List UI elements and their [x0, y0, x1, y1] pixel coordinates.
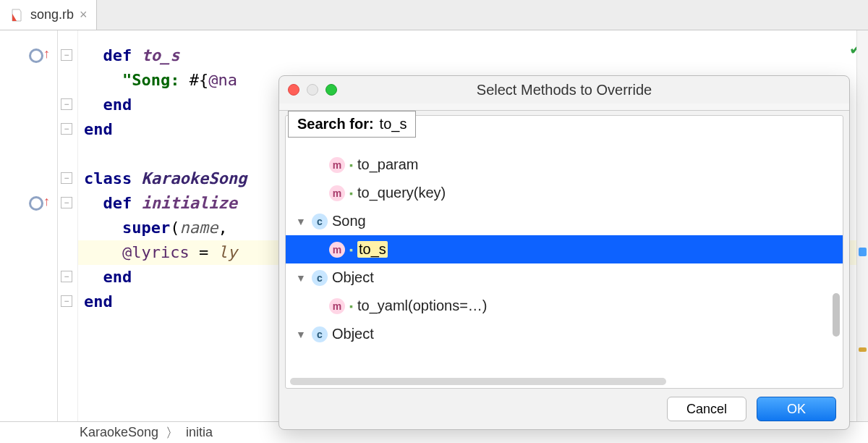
- tab-close-icon[interactable]: ×: [80, 7, 88, 22]
- class-label: Object: [332, 269, 374, 286]
- tree-item-class[interactable]: ▼ c Song: [286, 207, 843, 235]
- fold-handle-icon[interactable]: −: [61, 295, 72, 307]
- gutter: ↑ ↑: [0, 30, 58, 421]
- method-icon: m: [329, 185, 345, 201]
- search-label: Search for:: [297, 116, 374, 132]
- keyword: end: [103, 268, 132, 286]
- class-label: Object: [332, 326, 374, 342]
- tab-bar: song.rb ×: [0, 0, 868, 30]
- speed-search-box: Search for: to_s: [288, 111, 416, 138]
- dialog-titlebar[interactable]: Select Methods to Override: [279, 76, 849, 104]
- method-name: to_s: [142, 46, 180, 64]
- method-label: to_s: [357, 241, 388, 258]
- search-value: to_s: [380, 116, 407, 132]
- methods-tree[interactable]: m ▪ to_param m ▪ to_query(key) ▼ c Song …: [285, 115, 843, 389]
- method-label: to_param: [357, 156, 419, 173]
- ivar: @lyrics: [122, 243, 190, 261]
- override-gutter-icon[interactable]: [29, 196, 43, 211]
- class-icon: c: [312, 214, 328, 229]
- cancel-button[interactable]: Cancel: [667, 397, 746, 421]
- method-label: to_query(key): [357, 185, 446, 201]
- keyword: end: [84, 292, 113, 311]
- interp: #{: [190, 71, 209, 89]
- visibility-icon: ▪: [349, 244, 353, 256]
- override-methods-dialog: Select Methods to Override Search for: t…: [278, 75, 850, 430]
- keyword: def: [103, 46, 132, 64]
- class-icon: c: [312, 270, 328, 286]
- visibility-icon: ▪: [349, 187, 353, 199]
- tab-filename: song.rb: [30, 7, 74, 22]
- keyword: end: [84, 120, 113, 138]
- dialog-title: Select Methods to Override: [279, 82, 849, 98]
- dialog-toolbar: [279, 104, 849, 111]
- ivar: @na: [208, 71, 237, 89]
- keyword: class: [84, 169, 132, 187]
- fold-handle-icon[interactable]: −: [61, 49, 72, 61]
- fold-handle-icon[interactable]: −: [61, 172, 72, 184]
- fold-handle-icon[interactable]: −: [61, 271, 72, 282]
- scrollbar-thumb[interactable]: [833, 293, 840, 337]
- override-gutter-icon[interactable]: [29, 48, 43, 63]
- fold-handle-icon[interactable]: −: [61, 123, 72, 135]
- tab-song-rb[interactable]: song.rb ×: [0, 0, 97, 30]
- tree-horizontal-scrollbar[interactable]: [290, 378, 666, 385]
- op: =: [190, 243, 218, 261]
- method-icon: m: [329, 298, 345, 314]
- tree-item-class[interactable]: ▼ c Object: [286, 320, 843, 348]
- keyword: def: [103, 194, 132, 212]
- stripe-mark-warn[interactable]: [859, 347, 867, 352]
- keyword: end: [103, 96, 132, 114]
- breadcrumb-separator-icon: 〉: [166, 424, 179, 442]
- method-icon: m: [329, 157, 345, 173]
- disclosure-icon[interactable]: ▼: [296, 216, 307, 227]
- tree-item-method[interactable]: m ▪ to_param: [286, 151, 843, 179]
- method-name: initialize: [142, 194, 237, 212]
- disclosure-icon[interactable]: ▼: [296, 329, 307, 340]
- method-icon: m: [329, 242, 345, 258]
- override-up-arrow-icon: ↑: [43, 194, 50, 209]
- tree-vertical-scrollbar[interactable]: [833, 116, 840, 375]
- method-label: to_yaml(options=…): [357, 298, 488, 314]
- breadcrumb-item[interactable]: initia: [186, 425, 213, 440]
- fold-handle-icon[interactable]: −: [61, 98, 72, 110]
- visibility-icon: ▪: [349, 159, 353, 171]
- tree-item-method[interactable]: m ▪ to_query(key): [286, 179, 843, 207]
- breadcrumb-item[interactable]: KaraokeSong: [80, 425, 158, 440]
- ruby-file-icon: [9, 7, 25, 23]
- text: ,: [218, 219, 237, 237]
- ok-button[interactable]: OK: [757, 397, 836, 421]
- dialog-buttons: Cancel OK: [279, 389, 849, 429]
- override-up-arrow-icon: ↑: [43, 46, 50, 62]
- disclosure-icon[interactable]: ▼: [296, 272, 307, 284]
- class-icon: c: [312, 326, 328, 342]
- visibility-icon: ▪: [349, 300, 353, 312]
- error-stripe[interactable]: [856, 30, 868, 421]
- class-name: KaraokeSong: [141, 169, 247, 187]
- keyword: super: [122, 219, 170, 237]
- fold-column: − − − − − − −: [58, 30, 78, 421]
- tree-item-method[interactable]: m ▪ to_yaml(options=…): [286, 292, 843, 320]
- stripe-mark-info[interactable]: [859, 248, 867, 256]
- local-var: ly: [218, 243, 237, 261]
- tree-item-method-selected[interactable]: m ▪ to_s: [286, 235, 843, 263]
- class-label: Song: [332, 213, 366, 229]
- string: "Song:: [122, 71, 190, 89]
- param: name: [179, 219, 218, 237]
- fold-handle-icon[interactable]: −: [61, 197, 72, 208]
- tree-item-class[interactable]: ▼ c Object: [286, 263, 843, 292]
